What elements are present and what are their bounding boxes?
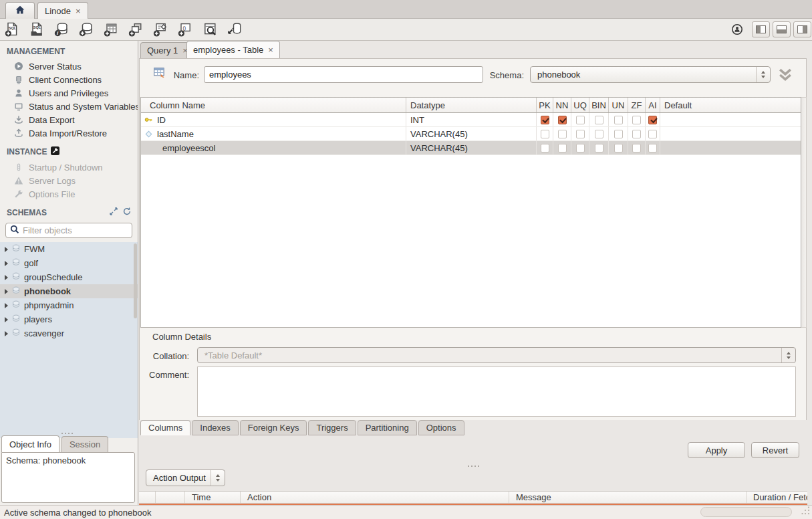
checkbox-pk[interactable]: [541, 116, 549, 124]
grid-scrollbar[interactable]: [801, 97, 807, 328]
user-account-icon[interactable]: [731, 23, 743, 37]
sidebar-item-data-export[interactable]: Data Export: [0, 113, 138, 126]
checkbox-pk[interactable]: [541, 130, 549, 138]
expander-icon[interactable]: [5, 303, 8, 308]
tab-partitioning[interactable]: Partitioning: [358, 420, 417, 435]
spinner-icon[interactable]: [756, 67, 770, 82]
column-row-employeescol[interactable]: employeescol VARCHAR(45): [141, 141, 801, 155]
expander-icon[interactable]: [5, 331, 8, 336]
schema-item-fwm[interactable]: FWM: [0, 242, 138, 256]
inspect-database-icon[interactable]: i: [52, 20, 71, 39]
schema-filter-input[interactable]: [23, 225, 138, 235]
sidebar-splitter-grip[interactable]: [61, 433, 73, 434]
create-table-icon[interactable]: [102, 20, 120, 39]
sidebar-item-status-system-variables[interactable]: Status and System Variables: [0, 100, 138, 113]
checkbox-nn[interactable]: [558, 144, 567, 152]
table-name-input[interactable]: [204, 66, 483, 83]
sidebar-item-client-connections[interactable]: Client Connections: [0, 73, 138, 86]
sidebar-item-options-file[interactable]: Options File: [0, 187, 138, 201]
expander-icon[interactable]: [5, 261, 8, 266]
expand-header-chevrons-icon[interactable]: [777, 68, 794, 84]
tab-columns[interactable]: Columns: [140, 420, 190, 435]
sidebar-scrollbar[interactable]: [134, 243, 137, 318]
header-bin[interactable]: BIN: [589, 98, 609, 112]
search-data-icon[interactable]: [200, 20, 219, 39]
schema-item-golf[interactable]: golf: [0, 256, 138, 270]
home-tab[interactable]: [5, 2, 35, 19]
header-uq[interactable]: UQ: [571, 98, 589, 112]
toggle-left-sidebar-button[interactable]: [752, 21, 770, 37]
tab-foreign-keys[interactable]: Foreign Keys: [240, 420, 307, 435]
sidebar-item-server-logs[interactable]: Server Logs: [0, 174, 138, 187]
checkbox-nn[interactable]: [558, 130, 567, 138]
checkbox-zf[interactable]: [632, 116, 641, 124]
schema-item-phpmyadmin[interactable]: phpmyadmin: [0, 298, 138, 312]
header-pk[interactable]: PK: [537, 98, 553, 112]
resize-grip-icon[interactable]: [801, 506, 811, 518]
output-splitter-grip[interactable]: [468, 465, 479, 467]
checkbox-uq[interactable]: [576, 116, 585, 124]
create-schema-icon[interactable]: [77, 20, 96, 39]
create-procedure-icon[interactable]: [151, 20, 170, 39]
header-un[interactable]: UN: [609, 98, 628, 112]
datatype-cell[interactable]: VARCHAR(45): [406, 127, 537, 140]
default-cell[interactable]: [660, 141, 801, 154]
checkbox-zf[interactable]: [632, 144, 641, 152]
checkbox-bin[interactable]: [595, 116, 603, 124]
checkbox-pk[interactable]: [541, 144, 549, 152]
header-ai[interactable]: AI: [646, 98, 660, 112]
checkbox-un[interactable]: [614, 144, 623, 152]
create-view-icon[interactable]: [126, 20, 145, 39]
header-zf[interactable]: ZF: [628, 98, 646, 112]
expander-icon[interactable]: [5, 247, 8, 252]
output-header-action[interactable]: Action: [241, 492, 509, 503]
apply-button[interactable]: Apply: [688, 442, 745, 458]
sidebar-item-data-import[interactable]: Data Import/Restore: [0, 126, 138, 140]
open-sql-script-icon[interactable]: SQL: [27, 20, 46, 39]
connection-tab[interactable]: Linode ×: [37, 2, 88, 19]
tab-object-info[interactable]: Object Info: [1, 435, 59, 452]
refresh-schemas-icon[interactable]: [123, 207, 131, 217]
schema-dropdown[interactable]: phonebook: [530, 66, 771, 83]
output-selector-dropdown[interactable]: Action Output: [146, 470, 225, 486]
tab-employees-table[interactable]: employees - Table ×: [186, 41, 280, 58]
schema-item-groupschedule[interactable]: groupSchedule: [0, 270, 138, 284]
spinner-icon[interactable]: [211, 470, 225, 486]
checkbox-un[interactable]: [614, 130, 623, 138]
create-function-icon[interactable]: (): [176, 20, 194, 39]
header-datatype[interactable]: Datatype: [406, 98, 537, 112]
column-name-cell[interactable]: lastName: [153, 127, 406, 140]
reconnect-dbms-icon[interactable]: [225, 20, 244, 39]
output-header-message[interactable]: Message: [509, 492, 747, 503]
expander-icon[interactable]: [5, 289, 8, 294]
checkbox-zf[interactable]: [632, 130, 641, 138]
tab-indexes[interactable]: Indexes: [192, 420, 239, 435]
schema-item-phonebook[interactable]: phonebook: [0, 284, 138, 298]
checkbox-uq[interactable]: [576, 130, 585, 138]
schema-item-players[interactable]: players: [0, 312, 138, 326]
checkbox-bin[interactable]: [595, 144, 603, 152]
checkbox-un[interactable]: [614, 116, 623, 124]
checkbox-ai[interactable]: [648, 130, 657, 138]
checkbox-uq[interactable]: [576, 144, 585, 152]
header-nn[interactable]: NN: [553, 98, 571, 112]
checkbox-ai[interactable]: [648, 116, 657, 124]
sidebar-item-server-status[interactable]: Server Status: [0, 60, 138, 73]
tab-session[interactable]: Session: [61, 436, 108, 452]
sidebar-item-users-privileges[interactable]: Users and Privileges: [0, 86, 138, 100]
toggle-right-sidebar-button[interactable]: [793, 21, 811, 37]
header-default[interactable]: Default: [660, 98, 801, 112]
checkbox-nn[interactable]: [558, 116, 567, 124]
comment-textarea[interactable]: [197, 367, 796, 417]
output-header-duration[interactable]: Duration / Fetch: [747, 492, 807, 503]
column-name-cell[interactable]: employeescol: [153, 141, 406, 154]
expander-icon[interactable]: [5, 275, 8, 280]
sidebar-item-startup-shutdown[interactable]: Startup / Shutdown: [0, 161, 138, 174]
collation-dropdown[interactable]: *Table Default*: [197, 347, 796, 363]
default-cell[interactable]: [660, 113, 801, 126]
header-column-name[interactable]: Column Name: [141, 98, 406, 112]
checkbox-bin[interactable]: [595, 130, 603, 138]
close-tab-icon[interactable]: ×: [268, 45, 273, 55]
default-cell[interactable]: [660, 127, 801, 140]
datatype-cell[interactable]: VARCHAR(45): [406, 141, 537, 154]
